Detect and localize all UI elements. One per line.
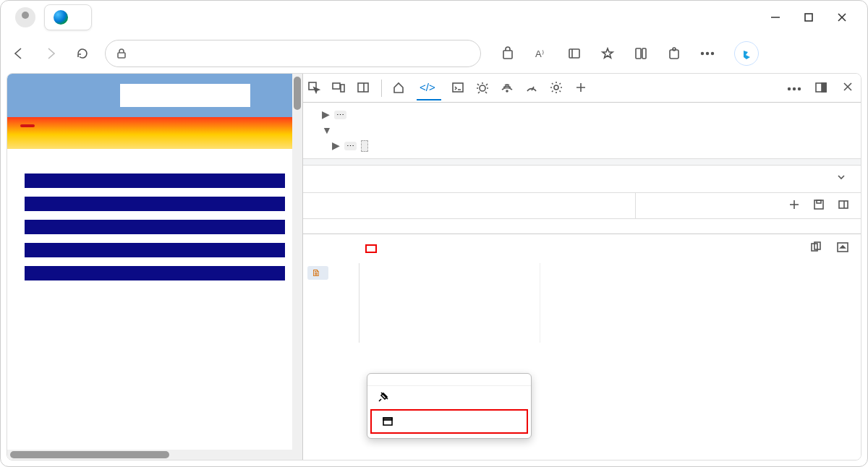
bing-button[interactable]	[734, 41, 759, 66]
lock-icon	[116, 48, 127, 59]
svg-point-12	[702, 53, 704, 55]
dom-tree[interactable]: ▶ ⋯ ▼ ▶ ⋯	[303, 103, 861, 158]
file-icon: 🗎	[312, 267, 321, 278]
svg-rect-20	[453, 83, 463, 92]
filter-hint	[635, 193, 780, 218]
panel-top-icon	[382, 416, 393, 427]
changes-diff[interactable]	[540, 263, 861, 343]
more-tools-icon[interactable]	[787, 81, 801, 95]
svg-text:A⁾: A⁾	[535, 48, 544, 59]
devtools-tabbar: </>	[303, 74, 861, 103]
changes-files: 🗎	[303, 263, 359, 343]
favorites-icon[interactable]	[566, 46, 582, 61]
sidebar-item-sheep[interactable]	[25, 220, 285, 234]
refresh-button[interactable]	[73, 44, 92, 63]
styles-tabbar	[303, 166, 861, 193]
welcome-icon[interactable]	[392, 81, 407, 95]
new-rule-icon[interactable]	[788, 199, 803, 213]
svg-rect-4	[118, 53, 125, 58]
sidebar-item-horse[interactable]	[25, 243, 285, 257]
browser-toolbar: A⁾	[1, 34, 867, 73]
sidebar-item-dog[interactable]	[25, 197, 285, 211]
add-tab-icon[interactable]	[574, 81, 589, 95]
more-icon[interactable]	[699, 46, 715, 61]
svg-point-13	[707, 53, 709, 55]
star-icon[interactable]	[600, 46, 616, 61]
search-input[interactable]	[120, 84, 250, 107]
svg-rect-37	[817, 200, 821, 203]
svg-rect-38	[839, 201, 848, 208]
nav-home[interactable]	[20, 124, 35, 127]
extensions-icon[interactable]	[666, 46, 682, 61]
dock-icon[interactable]	[814, 81, 829, 95]
menu-remove[interactable]	[367, 386, 531, 408]
svg-rect-9	[642, 48, 646, 59]
svg-rect-18	[358, 83, 368, 92]
svg-point-22	[506, 90, 508, 92]
drawer-dock-icon[interactable]	[836, 241, 851, 256]
svg-rect-10	[670, 50, 678, 59]
close-button[interactable]	[837, 12, 847, 22]
tab-elements[interactable]: </>	[417, 75, 441, 100]
drawer-copy-icon[interactable]	[810, 241, 825, 256]
menu-move-to-top[interactable]	[370, 409, 528, 434]
svg-point-27	[788, 87, 791, 90]
panel-icon[interactable]	[357, 81, 371, 95]
svg-point-29	[799, 87, 801, 90]
device-icon[interactable]	[332, 81, 346, 95]
read-aloud-icon[interactable]: A⁾	[533, 46, 549, 61]
back-button[interactable]	[9, 44, 28, 63]
svg-rect-17	[341, 85, 344, 92]
svg-point-11	[673, 48, 676, 51]
forward-button[interactable]	[41, 44, 60, 63]
svg-rect-31	[822, 83, 826, 92]
page-header	[7, 74, 302, 117]
minimize-button[interactable]	[770, 12, 780, 22]
svg-point-24	[554, 85, 558, 90]
styles-filter-row	[303, 193, 861, 219]
shopping-icon[interactable]	[500, 46, 516, 61]
chevron-down-icon[interactable]	[836, 172, 851, 187]
svg-point-14	[712, 53, 714, 55]
edge-icon	[54, 10, 68, 25]
page-scrollbar-horizontal[interactable]	[7, 450, 292, 460]
network-icon[interactable]	[501, 81, 515, 95]
flex-badge[interactable]	[361, 140, 368, 152]
console-icon[interactable]	[451, 81, 466, 95]
secondary-nav	[7, 134, 302, 149]
page-viewport	[7, 74, 302, 460]
svg-rect-1	[805, 14, 812, 21]
browser-tab[interactable]	[44, 4, 92, 30]
bug-icon[interactable]	[476, 81, 490, 95]
svg-rect-8	[636, 48, 641, 59]
address-bar[interactable]	[105, 40, 481, 67]
svg-rect-36	[814, 200, 823, 209]
collections-icon[interactable]	[633, 46, 649, 61]
svg-point-28	[793, 87, 796, 90]
context index-menu	[367, 373, 532, 439]
drawer-tab-issues[interactable]	[339, 244, 345, 253]
line-gutter	[519, 263, 540, 343]
compute-icon[interactable]	[838, 199, 852, 213]
save-icon[interactable]	[813, 199, 827, 213]
svg-rect-7	[569, 49, 579, 58]
sidebar-item-alpaca[interactable]	[25, 266, 285, 280]
drawer-tab-console[interactable]	[313, 244, 319, 253]
inspect-icon[interactable]	[307, 81, 322, 95]
svg-rect-16	[333, 83, 340, 89]
svg-point-21	[480, 85, 485, 91]
animal-sidebar	[7, 149, 302, 305]
sidebar-item-cat[interactable]	[25, 173, 285, 188]
dom-breadcrumb[interactable]	[303, 158, 861, 166]
maximize-button[interactable]	[804, 12, 814, 22]
performance-icon[interactable]	[525, 81, 540, 95]
styles-pane[interactable]	[303, 219, 861, 234]
close-devtools-icon[interactable]	[842, 81, 856, 95]
drawer-tab-changes[interactable]	[365, 244, 377, 253]
page-scrollbar-vertical[interactable]	[292, 74, 302, 460]
gear-icon[interactable]	[550, 81, 564, 95]
svg-rect-43	[383, 418, 392, 420]
unpin-icon	[378, 391, 389, 403]
file-chip[interactable]: 🗎	[307, 266, 328, 280]
profile-avatar[interactable]	[15, 7, 35, 27]
